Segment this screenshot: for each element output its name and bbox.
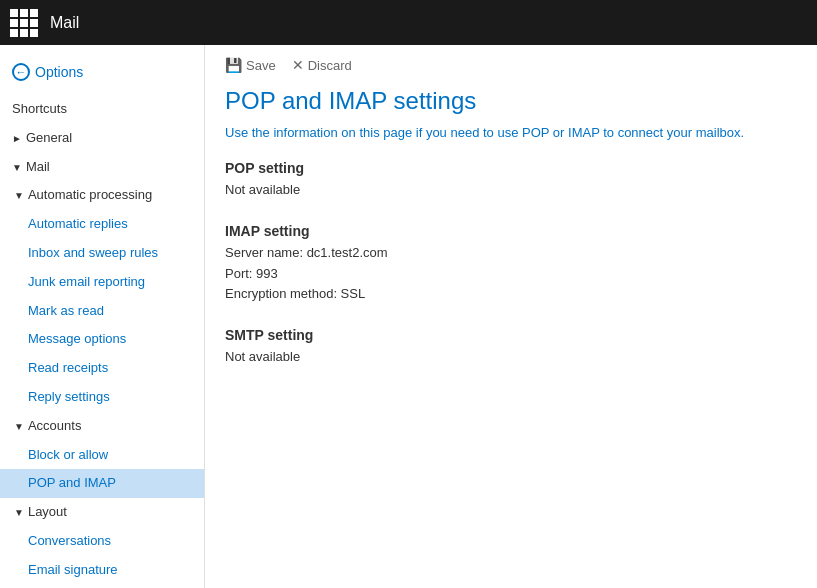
mark-as-read-label: Mark as read	[28, 303, 104, 318]
apps-icon[interactable]	[10, 9, 38, 37]
sidebar-item-message-options[interactable]: Message options	[0, 325, 204, 354]
imap-setting-name: IMAP setting	[225, 223, 797, 239]
pop-setting-value: Not available	[225, 180, 797, 201]
mail-label: Mail	[26, 159, 50, 174]
smtp-setting-block: SMTP setting Not available	[225, 327, 797, 368]
junk-email-label: Junk email reporting	[28, 274, 145, 289]
smtp-setting-name: SMTP setting	[225, 327, 797, 343]
sidebar-item-inbox-sweep[interactable]: Inbox and sweep rules	[0, 239, 204, 268]
toolbar: 💾 Save ✕ Discard	[225, 57, 797, 73]
sidebar: ← Options Shortcuts ►General ▼Mail ▼Auto…	[0, 45, 205, 588]
sidebar-item-email-signature[interactable]: Email signature	[0, 556, 204, 585]
mail-arrow: ▼	[12, 162, 22, 173]
block-allow-label: Block or allow	[28, 447, 108, 462]
back-icon: ←	[12, 63, 30, 81]
page-subtitle: Use the information on this page if you …	[225, 125, 797, 140]
save-label: Save	[246, 58, 276, 73]
shortcuts-label: Shortcuts	[12, 101, 67, 116]
pop-setting-block: POP setting Not available	[225, 160, 797, 201]
content-area: 💾 Save ✕ Discard POP and IMAP settings U…	[205, 45, 817, 588]
save-icon: 💾	[225, 57, 242, 73]
pop-setting-name: POP setting	[225, 160, 797, 176]
sidebar-item-reply-settings[interactable]: Reply settings	[0, 383, 204, 412]
options-label: Options	[35, 64, 83, 80]
sidebar-item-message-format[interactable]: Message format	[0, 585, 204, 588]
layout-label: Layout	[28, 504, 67, 519]
inbox-sweep-label: Inbox and sweep rules	[28, 245, 158, 260]
auto-proc-arrow: ▼	[14, 190, 24, 201]
discard-icon: ✕	[292, 57, 304, 73]
sidebar-item-conversations[interactable]: Conversations	[0, 527, 204, 556]
sidebar-item-mail[interactable]: ▼Mail	[0, 153, 204, 182]
page-title: POP and IMAP settings	[225, 87, 797, 115]
accounts-label: Accounts	[28, 418, 81, 433]
sidebar-item-block-allow[interactable]: Block or allow	[0, 441, 204, 470]
back-to-options[interactable]: ← Options	[0, 55, 204, 95]
imap-setting-block: IMAP setting Server name: dc1.test2.com …	[225, 223, 797, 305]
topbar: Mail	[0, 0, 817, 45]
sidebar-item-accounts[interactable]: ▼Accounts	[0, 412, 204, 441]
conversations-label: Conversations	[28, 533, 111, 548]
smtp-setting-value: Not available	[225, 347, 797, 368]
imap-setting-value: Server name: dc1.test2.com Port: 993 Enc…	[225, 243, 797, 305]
save-button[interactable]: 💾 Save	[225, 57, 276, 73]
sidebar-item-general[interactable]: ►General	[0, 124, 204, 153]
sidebar-item-automatic-replies[interactable]: Automatic replies	[0, 210, 204, 239]
sidebar-item-read-receipts[interactable]: Read receipts	[0, 354, 204, 383]
sidebar-item-junk-email[interactable]: Junk email reporting	[0, 268, 204, 297]
discard-label: Discard	[308, 58, 352, 73]
auto-proc-label: Automatic processing	[28, 187, 152, 202]
sidebar-item-mark-as-read[interactable]: Mark as read	[0, 297, 204, 326]
sidebar-item-pop-imap[interactable]: POP and IMAP	[0, 469, 204, 498]
auto-replies-label: Automatic replies	[28, 216, 128, 231]
layout-arrow: ▼	[14, 507, 24, 518]
app-title: Mail	[50, 14, 79, 32]
accounts-arrow: ▼	[14, 421, 24, 432]
discard-button[interactable]: ✕ Discard	[292, 57, 352, 73]
general-label: General	[26, 130, 72, 145]
sidebar-item-automatic-processing[interactable]: ▼Automatic processing	[0, 181, 204, 210]
general-arrow: ►	[12, 133, 22, 144]
sidebar-item-layout[interactable]: ▼Layout	[0, 498, 204, 527]
message-options-label: Message options	[28, 331, 126, 346]
email-signature-label: Email signature	[28, 562, 118, 577]
sidebar-item-shortcuts[interactable]: Shortcuts	[0, 95, 204, 124]
reply-settings-label: Reply settings	[28, 389, 110, 404]
read-receipts-label: Read receipts	[28, 360, 108, 375]
pop-imap-label: POP and IMAP	[28, 475, 116, 490]
main-container: ← Options Shortcuts ►General ▼Mail ▼Auto…	[0, 45, 817, 588]
